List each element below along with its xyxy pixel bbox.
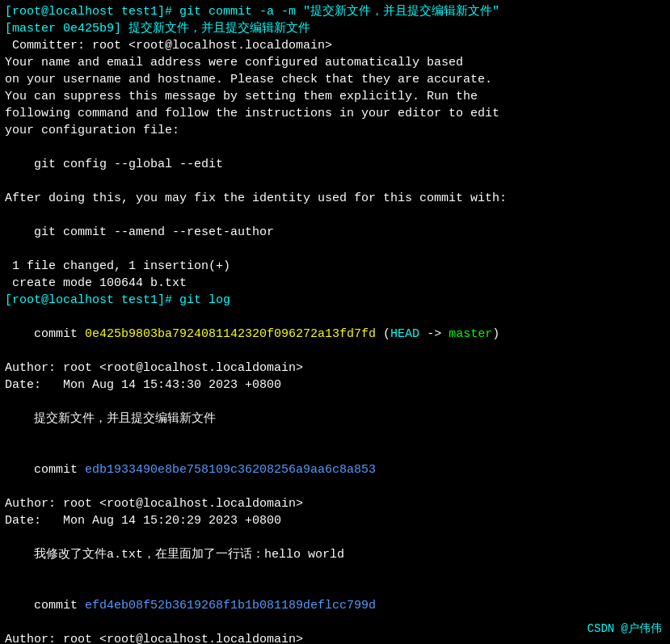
- terminal-line: [master 0e425b9] 提交新文件，并且提交编辑新文件: [5, 20, 665, 37]
- terminal-line: [5, 207, 665, 224]
- terminal-line: Your name and email address were configu…: [5, 54, 665, 71]
- ref-close: ): [492, 327, 499, 341]
- terminal-line: You can suppress this message by setting…: [5, 88, 665, 105]
- terminal-line: 1 file changed, 1 insertion(+): [5, 258, 665, 275]
- terminal-line: Author: root <root@localhost.localdomain…: [5, 631, 665, 644]
- terminal-line: create mode 100644 b.txt: [5, 275, 665, 292]
- terminal-line: 我修改了文件a.txt，在里面加了一行话：hello world: [5, 546, 665, 563]
- terminal-line: Date: Mon Aug 14 15:20:29 2023 +0800: [5, 512, 665, 529]
- commit-label: commit: [34, 327, 85, 341]
- terminal-line: git config --global --edit: [5, 156, 665, 173]
- terminal-line: following command and follow the instruc…: [5, 105, 665, 122]
- ref-open: (: [376, 327, 390, 341]
- terminal-line: [5, 427, 665, 444]
- terminal-line: [5, 394, 665, 410]
- commit-hash-3: efd4eb08f52b3619268f1b1b081189deflcc799d: [85, 599, 376, 612]
- terminal-line: Committer: root <root@localhost.localdom…: [5, 37, 665, 54]
- terminal-line: git commit --amend --reset-author: [5, 224, 665, 241]
- commit-hash-2: edb1933490e8be758109c36208256a9aa6c8a853: [85, 463, 376, 477]
- terminal-line: [5, 563, 665, 580]
- csdn-watermark: CSDN @户伟伟: [588, 621, 662, 638]
- master-label: master: [449, 327, 492, 341]
- terminal-line: Author: root <root@localhost.localdomain…: [5, 360, 665, 377]
- terminal-line: Author: root <root@localhost.localdomain…: [5, 495, 665, 512]
- terminal-line: [5, 241, 665, 258]
- terminal-line: [5, 529, 665, 546]
- commit-hash-1: 0e425b9803ba7924081142320f096272a13fd7fd: [85, 327, 376, 341]
- commit-label-2: commit: [34, 463, 85, 477]
- terminal-line: your configuration file:: [5, 122, 665, 139]
- commit-line-2: commit edb1933490e8be758109c36208256a9aa…: [5, 444, 665, 495]
- terminal-line: [5, 173, 665, 190]
- terminal-line: [root@localhost test1]# git log: [5, 292, 665, 309]
- commit-line-1: commit 0e425b9803ba7924081142320f096272a…: [5, 309, 665, 360]
- head-label: HEAD: [390, 327, 419, 341]
- commit-label-3: commit: [34, 599, 85, 612]
- terminal: [root@localhost test1]# git commit -a -m…: [0, 0, 670, 644]
- arrow: ->: [419, 327, 449, 341]
- terminal-line: on your username and hostname. Please ch…: [5, 71, 665, 88]
- terminal-line: Date: Mon Aug 14 15:43:30 2023 +0800: [5, 377, 665, 394]
- terminal-line: [root@localhost test1]# git commit -a -m…: [5, 3, 665, 20]
- terminal-line: 提交新文件，并且提交编辑新文件: [5, 410, 665, 427]
- terminal-line: [5, 139, 665, 156]
- commit-line-3: commit efd4eb08f52b3619268f1b1b081189def…: [5, 580, 665, 631]
- terminal-line: After doing this, you may fix the identi…: [5, 190, 665, 207]
